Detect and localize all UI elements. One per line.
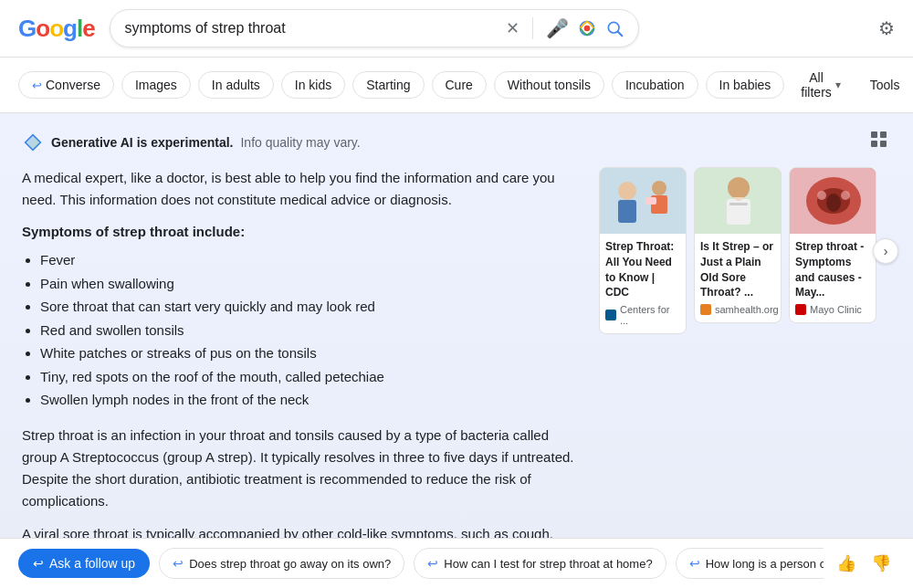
settings-button[interactable]: ⚙ <box>878 17 895 39</box>
ai-content-area: A medical expert, like a doctor, is best… <box>22 167 891 578</box>
svg-marker-5 <box>26 134 41 150</box>
image-cards-row: Strep Throat: All You Need to Know | CDC… <box>599 167 891 334</box>
chip-in-babies[interactable]: In babies <box>706 71 785 99</box>
ai-paragraph1: Strep throat is an infection in your thr… <box>22 425 581 512</box>
cards-next-button[interactable]: › <box>873 238 898 264</box>
symptom-item: Pain when swallowing <box>40 272 581 296</box>
symptom-item: White patches or streaks of pus on the t… <box>40 341 581 365</box>
followup-chip-2[interactable]: ↩ How can I test for strep throat at hom… <box>414 548 666 579</box>
chip-in-babies-label: In babies <box>719 78 771 92</box>
card-info-sam: Is It Strep – or Just a Plain Old Sore T… <box>695 234 781 322</box>
ask-followup-button[interactable]: ↩ Ask a follow up <box>18 549 150 578</box>
card-source-mayo: Mayo Clinic <box>795 304 870 315</box>
svg-rect-12 <box>618 200 636 223</box>
tools-button[interactable]: Tools <box>861 72 909 98</box>
header: Google ✕ 🎤 ⚙ <box>0 0 913 58</box>
symptom-item: Sore throat that can start very quickly … <box>40 295 581 319</box>
ai-label: Generative AI is experimental. Info qual… <box>22 131 361 153</box>
tools-label: Tools <box>870 78 900 92</box>
ai-label-rest: Info quality may vary. <box>240 135 360 150</box>
chip-starting-label: Starting <box>366 78 410 92</box>
card-info-cdc: Strep Throat: All You Need to Know | CDC… <box>600 234 686 333</box>
converse-arrow-icon: ↩ <box>32 79 42 92</box>
svg-point-25 <box>841 191 850 200</box>
image-thumbnail-mayo <box>790 168 876 234</box>
ai-label-bold: Generative AI is experimental. <box>51 135 233 150</box>
followup-arrow-icon: ↩ <box>33 556 44 571</box>
image-card-cdc[interactable]: Strep Throat: All You Need to Know | CDC… <box>599 167 687 334</box>
followup-chip-3[interactable]: ↩ How long is a person contagi... <box>676 548 824 579</box>
source-favicon-mayo <box>795 304 806 315</box>
chip-in-kids[interactable]: In kids <box>281 71 345 99</box>
lens-search-button[interactable] <box>578 19 596 37</box>
card-info-mayo: Strep throat - Symptoms and causes - May… <box>790 234 876 322</box>
source-favicon-sam <box>700 304 711 315</box>
svg-point-1 <box>583 26 590 32</box>
source-text-cdc: Centers for ... <box>620 304 680 326</box>
search-input[interactable] <box>125 20 498 37</box>
svg-rect-8 <box>871 141 877 147</box>
svg-point-23 <box>826 194 841 212</box>
symptom-item: Swollen lymph nodes in the front of the … <box>40 388 581 412</box>
filter-bar: ↩ Converse Images In adults In kids Star… <box>0 58 913 113</box>
all-filters-button[interactable]: All filters ▾ <box>792 65 849 105</box>
svg-line-3 <box>617 32 622 37</box>
card-source-cdc: Centers for ... <box>605 304 680 326</box>
chip-converse[interactable]: ↩ Converse <box>18 71 114 99</box>
followup-chips: ↩ Does strep throat go away on its own? … <box>159 548 824 579</box>
chip-in-adults-label: In adults <box>212 78 260 92</box>
svg-rect-9 <box>880 141 887 147</box>
chip-starting[interactable]: Starting <box>352 71 424 99</box>
ai-intro-text: A medical expert, like a doctor, is best… <box>22 167 581 211</box>
ai-diamond-icon <box>22 131 44 153</box>
chip-incubation-label: Incubation <box>625 78 685 92</box>
image-card-mayo[interactable]: Strep throat - Symptoms and causes - May… <box>789 167 876 323</box>
followup-chip-arrow-2: ↩ <box>427 556 438 571</box>
chip-without-tonsils[interactable]: Without tonsils <box>494 71 604 99</box>
card-source-sam: samhealth.org <box>700 304 775 315</box>
svg-point-11 <box>618 182 636 200</box>
chip-converse-label: Converse <box>46 78 100 92</box>
card-title-mayo: Strep throat - Symptoms and causes - May… <box>795 239 870 300</box>
search-bar: ✕ 🎤 <box>110 9 639 47</box>
chip-in-adults[interactable]: In adults <box>198 71 274 99</box>
chip-images-label: Images <box>135 78 177 92</box>
image-thumbnail-cdc <box>600 168 687 234</box>
svg-rect-15 <box>645 197 656 205</box>
image-thumbnail-sam <box>695 168 782 234</box>
svg-rect-7 <box>880 131 887 138</box>
svg-rect-10 <box>600 168 687 234</box>
source-favicon-cdc <box>605 310 616 320</box>
ai-symptoms-list: FeverPain when swallowingSore throat tha… <box>40 248 581 412</box>
thumbs-up-button[interactable]: 👍 <box>833 550 860 577</box>
chip-incubation[interactable]: Incubation <box>612 71 698 99</box>
image-card-sam[interactable]: Is It Strep – or Just a Plain Old Sore T… <box>694 167 782 323</box>
chip-images[interactable]: Images <box>121 71 191 99</box>
search-button[interactable] <box>605 19 624 37</box>
clear-search-button[interactable]: ✕ <box>506 18 519 38</box>
card-title-sam: Is It Strep – or Just a Plain Old Sore T… <box>700 239 775 300</box>
followup-chip-arrow-3: ↩ <box>689 556 700 571</box>
svg-rect-6 <box>871 131 877 138</box>
svg-point-13 <box>652 181 666 195</box>
voice-search-button[interactable]: 🎤 <box>546 17 569 39</box>
symptom-item: Fever <box>40 248 581 272</box>
symptom-item: Red and swollen tonsils <box>40 319 581 342</box>
followup-chip-1[interactable]: ↩ Does strep throat go away on its own? <box>159 548 404 579</box>
ai-header: Generative AI is experimental. Info qual… <box>22 128 891 156</box>
card-title-cdc: Strep Throat: All You Need to Know | CDC <box>605 239 680 300</box>
chip-cure-label: Cure <box>446 78 473 92</box>
dropdown-arrow-icon: ▾ <box>835 79 841 91</box>
followup-chip-arrow-1: ↩ <box>173 556 184 571</box>
svg-rect-19 <box>729 203 748 205</box>
chip-without-tonsils-label: Without tonsils <box>508 78 591 92</box>
chip-cure[interactable]: Cure <box>432 71 487 99</box>
svg-point-24 <box>817 191 826 200</box>
followup-chip-3-label: How long is a person contagi... <box>706 557 824 571</box>
thumbs-down-button[interactable]: 👎 <box>867 550 895 577</box>
ai-symptoms-title: Symptoms of strep throat include: <box>22 224 581 239</box>
chip-in-kids-label: In kids <box>295 78 331 92</box>
grid-view-button[interactable] <box>867 128 891 156</box>
ai-panel: Generative AI is experimental. Info qual… <box>0 113 913 588</box>
symptom-item: Tiny, red spots on the roof of the mouth… <box>40 365 581 389</box>
